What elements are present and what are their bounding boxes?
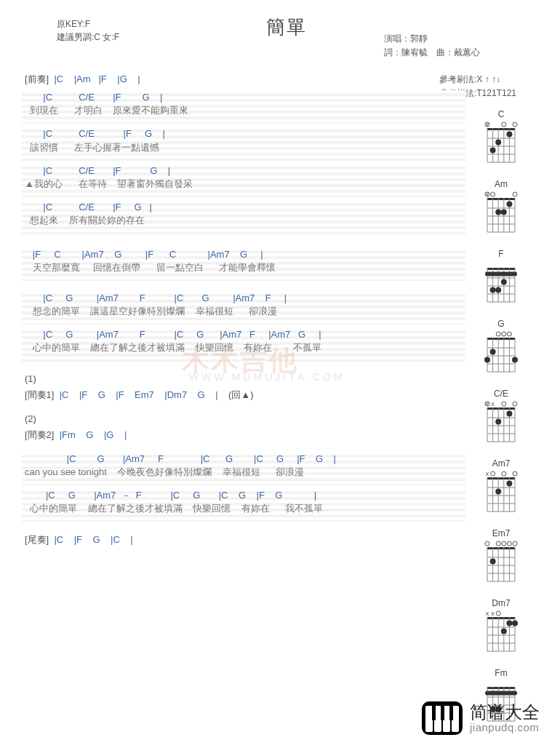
svg-point-114 (490, 559, 496, 565)
inter1-label: (1) (22, 373, 465, 384)
svg-point-115 (513, 541, 517, 546)
svg-text:x: x (491, 400, 495, 407)
lyric-line: 想念的簡單 讓這星空好像特別燦爛 幸福很短 卻浪漫 (22, 305, 465, 318)
svg-text:x: x (491, 610, 495, 617)
lyric-line: 到現在 才明白 原來愛不能夠重來 (22, 104, 465, 117)
chord-diagrams-column: CxAmxFGC/ExxAm7xEm7Dm7xxFm (476, 109, 527, 738)
chord-line: |C C/E |F G | (22, 164, 465, 178)
chord-name-label: Am (476, 179, 527, 189)
svg-point-131 (512, 621, 518, 626)
footer-cn: 简谱大全 (470, 703, 540, 722)
svg-point-62 (484, 357, 490, 363)
interlude-1: [間奏1] |C |F G |F Em7 |Dm7 G | (回▲) (22, 389, 465, 402)
bridge-block: |C G |Am7 F |C G |C G |F G |can you see … (22, 452, 465, 522)
chord-name-label: F (476, 249, 527, 259)
svg-rect-137 (487, 687, 515, 689)
chord-name-label: C/E (476, 389, 527, 399)
orig-key: 原KEY:F (57, 17, 119, 31)
svg-point-15 (502, 122, 506, 127)
chord-diagram-svg: xx (481, 400, 521, 444)
site-footer: 简谱大全 jianpudq.com (422, 701, 540, 735)
svg-point-50 (490, 287, 496, 293)
svg-point-98 (495, 489, 501, 495)
chord-diagram: Em7 (476, 528, 527, 584)
svg-point-100 (502, 472, 506, 476)
svg-point-66 (502, 332, 506, 336)
meta-credits: 演唱：郭靜 詞：陳宥毓 曲：戴蕙心 (384, 32, 480, 60)
verse-block: |C C/E |F G | 到現在 才明白 原來愛不能夠重來 |C C/E |F… (22, 90, 465, 234)
chord-diagram-svg: x (481, 191, 521, 234)
intro-line: [前奏] |C |Am |F |G | (22, 73, 465, 86)
svg-point-118 (496, 541, 500, 546)
svg-rect-0 (487, 128, 515, 130)
singer: 演唱：郭靜 (384, 32, 480, 46)
chord-diagram: Am7x (476, 458, 527, 514)
chord-line: |C G |Am7 F |C G |Am7 F | (22, 292, 465, 305)
svg-point-64 (512, 357, 518, 363)
svg-point-63 (490, 349, 496, 355)
svg-point-79 (506, 411, 512, 417)
inter2-label: (2) (22, 413, 465, 424)
svg-point-119 (485, 541, 489, 546)
footer-en: jianpudq.com (470, 722, 540, 734)
svg-point-33 (491, 192, 495, 196)
piano-icon (422, 701, 463, 735)
svg-rect-148 (485, 691, 517, 696)
chord-name-label: Am7 (476, 458, 527, 469)
svg-point-49 (495, 287, 501, 293)
lyric-line: ▲我的心 在等待 望著窗外獨自發呆 (22, 178, 465, 191)
chord-line: |C C/E |F G | (22, 127, 465, 140)
svg-text:x: x (486, 470, 489, 477)
chord-line: |C G |Am7 F |C G |C G |F G | (22, 453, 465, 466)
svg-point-13 (490, 148, 496, 154)
chord-name-label: Fm (476, 668, 527, 678)
svg-point-67 (496, 332, 500, 336)
chord-diagram: Dm7xx (476, 598, 527, 653)
prechorus-block: |F C |Am7 G |F C |Am7 G | 天空那麼寬 回憶在倒帶 留一… (22, 247, 465, 281)
svg-point-65 (507, 332, 511, 336)
svg-point-116 (507, 541, 511, 546)
svg-rect-36 (487, 268, 515, 270)
svg-point-80 (495, 419, 501, 425)
svg-point-32 (513, 192, 517, 196)
chord-diagram: F (476, 249, 527, 304)
lyric-line: 想起來 所有關於妳的存在 (22, 214, 465, 227)
svg-point-31 (495, 210, 501, 215)
outro-line: [尾奏] |C |F G |C | (22, 533, 465, 546)
svg-point-99 (513, 472, 517, 476)
svg-rect-51 (487, 338, 515, 340)
svg-text:x: x (486, 191, 489, 198)
svg-rect-120 (487, 617, 515, 619)
chord-diagram: G (476, 319, 527, 374)
chord-diagram-svg (481, 330, 521, 374)
svg-point-134 (496, 611, 500, 616)
lyric-line: 該習慣 左手心握著一點遺憾 (22, 141, 465, 154)
svg-point-132 (506, 621, 512, 626)
chord-diagram-svg: x (481, 121, 521, 164)
svg-point-29 (506, 202, 512, 207)
lyric-line: 心中的簡單 總在了解之後才被填滿 快樂回憶 有妳在 不孤單 (22, 341, 465, 354)
svg-point-11 (506, 132, 512, 138)
chord-name-label: Em7 (476, 528, 527, 538)
chord-line: |C G |Am7 F |C G |Am7 F |Am7 G | (22, 328, 465, 341)
svg-rect-47 (485, 272, 517, 276)
lyricist-composer: 詞：陳宥毓 曲：戴蕙心 (384, 46, 480, 60)
chord-name-label: Dm7 (476, 598, 527, 608)
svg-rect-18 (487, 198, 515, 200)
svg-text:x: x (486, 400, 489, 407)
meta-key-left: 原KEY:F 建議男調:C 女:F (57, 17, 119, 44)
chord-line: |F C |Am7 G |F C |Am7 G | (22, 248, 465, 261)
svg-point-117 (502, 541, 506, 546)
svg-rect-103 (487, 547, 515, 549)
lyric-line: can you see tonight 今晚夜色好像特別燦爛 幸福很短 卻浪漫 (22, 466, 465, 479)
svg-rect-86 (487, 477, 515, 480)
chord-diagram-svg (481, 260, 521, 304)
svg-point-14 (513, 122, 517, 127)
svg-point-133 (501, 629, 507, 634)
chord-sheet: [前奏] |C |Am |F |G | |C C/E |F G | 到現在 才明… (22, 70, 465, 551)
svg-text:x: x (486, 610, 489, 617)
svg-point-97 (506, 481, 512, 487)
suggested-key: 建議男調:C 女:F (57, 31, 119, 44)
svg-point-12 (495, 140, 501, 146)
chorus-block: |C G |Am7 F |C G |Am7 F | 想念的簡單 讓這星空好像特別… (22, 291, 465, 362)
